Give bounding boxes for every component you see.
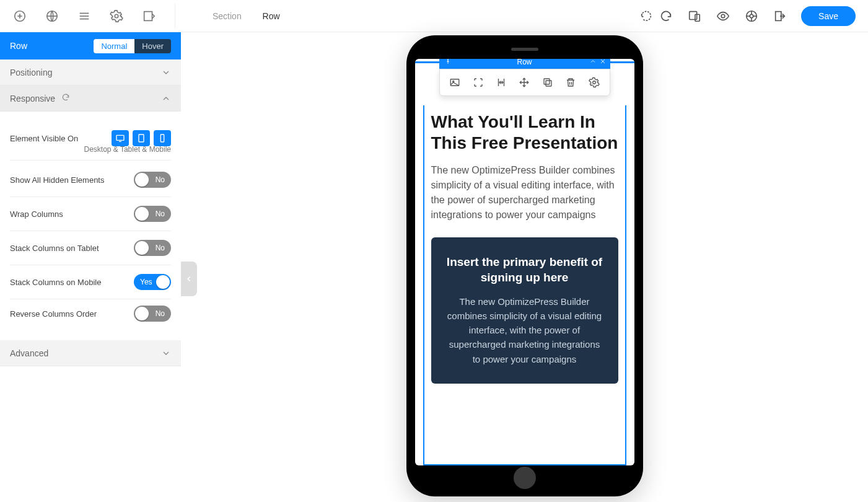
help-icon[interactable] <box>744 9 759 24</box>
phone-notch <box>511 48 538 51</box>
svg-rect-24 <box>160 134 164 142</box>
stack-mobile-label: Stack Columns on Mobile <box>10 278 101 287</box>
state-normal-button[interactable]: Normal <box>94 39 134 53</box>
move-icon[interactable] <box>515 73 533 92</box>
reverse-order-label: Reverse Columns Order <box>10 309 97 319</box>
show-hidden-toggle[interactable]: No <box>134 172 171 188</box>
row-toolbar: Row <box>439 59 610 96</box>
state-toggle: Normal Hover <box>94 39 171 53</box>
top-toolbar: Section Row Save <box>0 0 868 32</box>
svg-rect-23 <box>139 134 144 142</box>
svg-point-39 <box>592 81 595 84</box>
responsive-panel: Element Visible On Desktop & Tablet & Mo… <box>0 112 181 340</box>
svg-point-12 <box>721 14 725 18</box>
redo-icon[interactable] <box>659 9 673 24</box>
card-heading[interactable]: Insert the primary benefit of signing up… <box>446 255 603 285</box>
phone-home-button <box>514 467 536 489</box>
undo-icon[interactable] <box>639 9 654 24</box>
section-positioning-label: Positioning <box>10 68 53 77</box>
add-icon[interactable] <box>12 9 27 24</box>
svg-rect-9 <box>144 11 152 20</box>
collapse-icon[interactable] <box>589 59 597 67</box>
image-icon[interactable] <box>445 73 464 92</box>
show-hidden-label: Show All Hidden Elements <box>10 175 104 185</box>
save-button[interactable]: Save <box>801 6 856 26</box>
visible-on-label: Element Visible On <box>10 134 78 143</box>
section-advanced[interactable]: Advanced <box>0 340 181 366</box>
card-paragraph[interactable]: The new OptimizePress Builder combines s… <box>446 294 603 366</box>
duplicate-icon[interactable] <box>538 73 557 92</box>
align-icon[interactable] <box>492 73 511 92</box>
preview-icon[interactable] <box>716 9 730 24</box>
svg-rect-10 <box>690 11 697 19</box>
settings-icon[interactable] <box>585 73 603 92</box>
gear-icon[interactable] <box>109 9 124 24</box>
section-advanced-label: Advanced <box>10 348 48 358</box>
stack-mobile-toggle[interactable]: Yes <box>134 274 171 290</box>
svg-rect-36 <box>544 79 550 84</box>
chevron-down-icon <box>161 348 171 358</box>
popout-icon[interactable] <box>141 9 156 24</box>
exit-icon[interactable] <box>773 9 787 24</box>
visible-on-summary: Desktop & Tablet & Mobile <box>10 145 171 154</box>
page-paragraph[interactable]: The new OptimizePress Builder combines s… <box>431 163 618 222</box>
svg-rect-11 <box>695 14 699 21</box>
svg-point-14 <box>750 14 753 18</box>
state-hover-button[interactable]: Hover <box>134 39 171 53</box>
phone-frame: Row What You'll L <box>406 35 643 496</box>
section-responsive[interactable]: Responsive <box>0 86 181 112</box>
device-mobile-button[interactable] <box>154 130 171 146</box>
breadcrumb-parent[interactable]: Section <box>213 11 242 21</box>
section-responsive-label: Responsive <box>10 94 55 103</box>
svg-point-8 <box>115 14 118 18</box>
phone-screen: Row What You'll L <box>415 59 634 465</box>
trash-icon[interactable] <box>561 73 580 92</box>
page-heading[interactable]: What You'll Learn In This Free Presentat… <box>431 112 618 153</box>
breadcrumb-current[interactable]: Row <box>263 11 280 21</box>
close-icon[interactable] <box>599 59 607 67</box>
chevron-up-icon <box>161 94 171 103</box>
stack-tablet-label: Stack Columns on Tablet <box>10 244 99 253</box>
breadcrumb: Section Row <box>213 11 280 21</box>
rows-icon[interactable] <box>77 9 92 24</box>
pin-icon[interactable] <box>444 59 452 67</box>
svg-rect-35 <box>546 81 551 86</box>
devices-icon[interactable] <box>687 9 702 24</box>
globe-icon[interactable] <box>45 9 59 24</box>
sidebar-collapse-handle[interactable] <box>181 262 197 296</box>
sidebar: Row Normal Hover Positioning Responsive … <box>0 32 181 502</box>
sidebar-header: Row Normal Hover <box>0 32 181 59</box>
svg-rect-21 <box>116 135 124 140</box>
device-tablet-button[interactable] <box>133 130 150 146</box>
canvas: Row What You'll L <box>181 32 868 502</box>
wrap-columns-toggle[interactable]: No <box>134 206 171 222</box>
row-toolbar-label: Row <box>517 59 532 66</box>
fullwidth-icon[interactable] <box>469 73 488 92</box>
device-desktop-button[interactable] <box>112 130 129 146</box>
chevron-down-icon <box>161 68 171 77</box>
sidebar-title: Row <box>10 41 27 51</box>
refresh-icon[interactable] <box>61 93 70 103</box>
reverse-order-toggle[interactable]: No <box>134 306 171 322</box>
page-content[interactable]: What You'll Learn In This Free Presentat… <box>415 61 634 384</box>
benefit-card[interactable]: Insert the primary benefit of signing up… <box>431 237 618 384</box>
stack-tablet-toggle[interactable]: No <box>134 240 171 256</box>
wrap-columns-label: Wrap Columns <box>10 209 63 219</box>
section-positioning[interactable]: Positioning <box>0 59 181 86</box>
